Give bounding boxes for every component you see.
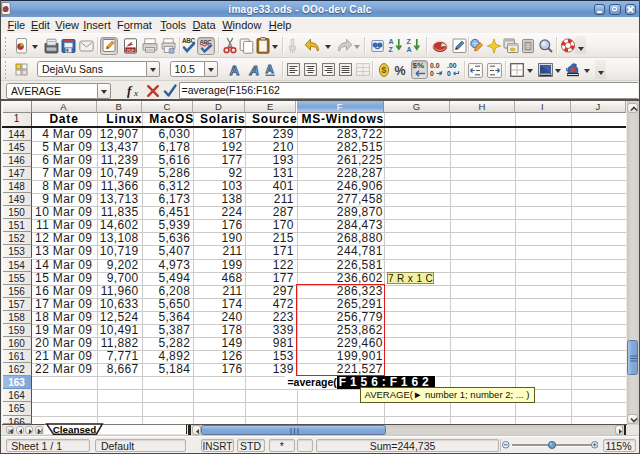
svg-text:Z: Z — [407, 38, 412, 45]
svg-text:.00: .00 — [447, 62, 457, 69]
svg-text:A: A — [249, 63, 260, 78]
svg-text:0: 0 — [447, 70, 451, 77]
svg-text:0.0: 0.0 — [430, 62, 440, 69]
svg-text:A: A — [407, 46, 412, 53]
svg-text:$%: $% — [413, 61, 425, 70]
svg-text:%: % — [395, 64, 406, 78]
svg-text:A: A — [389, 38, 394, 45]
svg-text:Z: Z — [389, 46, 394, 53]
svg-text:$: $ — [381, 65, 386, 75]
svg-text:x: x — [133, 88, 138, 98]
svg-text:0: 0 — [430, 70, 434, 77]
svg-text:A: A — [265, 63, 273, 75]
svg-text:ABC: ABC — [199, 39, 212, 45]
svg-text:f: f — [127, 83, 133, 98]
svg-text:A: A — [230, 63, 240, 78]
svg-text:PDF: PDF — [126, 48, 134, 52]
